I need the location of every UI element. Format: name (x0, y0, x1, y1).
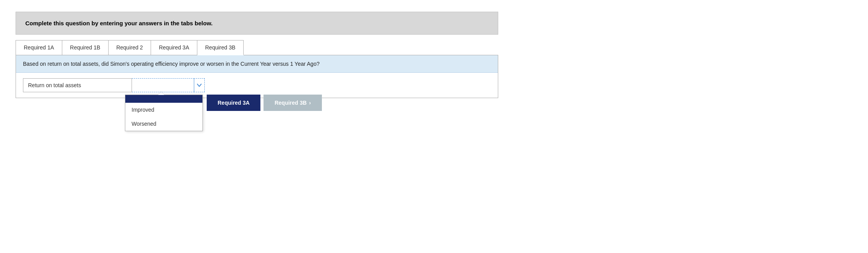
dropdown-input[interactable] (132, 78, 194, 92)
dropdown-item-improved[interactable]: Improved (125, 103, 202, 117)
question-text: Based on return on total assets, did Sim… (23, 61, 320, 67)
nav-buttons-row: Required 3A Required 3B › (207, 95, 322, 111)
dropdown-menu-header (125, 95, 202, 103)
dropdown-item-worsened[interactable]: Worsened (125, 117, 202, 131)
instruction-banner: Complete this question by entering your … (16, 12, 498, 35)
dropdown-caret (158, 92, 164, 95)
tab-required-3b[interactable]: Required 3B (197, 40, 244, 55)
tab-required-2[interactable]: Required 2 (109, 40, 151, 55)
nav-next-arrow: › (309, 100, 311, 106)
tab-required-3a[interactable]: Required 3A (151, 40, 197, 55)
nav-next-button[interactable]: Required 3B › (264, 95, 322, 111)
tab-required-1a[interactable]: Required 1A (16, 40, 62, 55)
instruction-text: Complete this question by entering your … (25, 20, 213, 26)
tab-content: Based on return on total assets, did Sim… (16, 55, 498, 98)
field-label: Return on total assets (23, 78, 132, 92)
tab-required-1b[interactable]: Required 1B (62, 40, 109, 55)
field-row: Return on total assets Improved (16, 73, 498, 98)
nav-prev-button[interactable]: Required 3A (207, 95, 260, 111)
question-bar: Based on return on total assets, did Sim… (16, 55, 498, 73)
nav-next-label: Required 3B (274, 100, 306, 106)
dropdown-menu: Improved Worsened (125, 95, 203, 131)
nav-prev-label: Required 3A (218, 100, 250, 106)
tabs-row: Required 1A Required 1B Required 2 Requi… (16, 40, 498, 55)
dropdown-arrow-button[interactable] (194, 78, 205, 92)
chevron-down-icon (197, 83, 202, 88)
